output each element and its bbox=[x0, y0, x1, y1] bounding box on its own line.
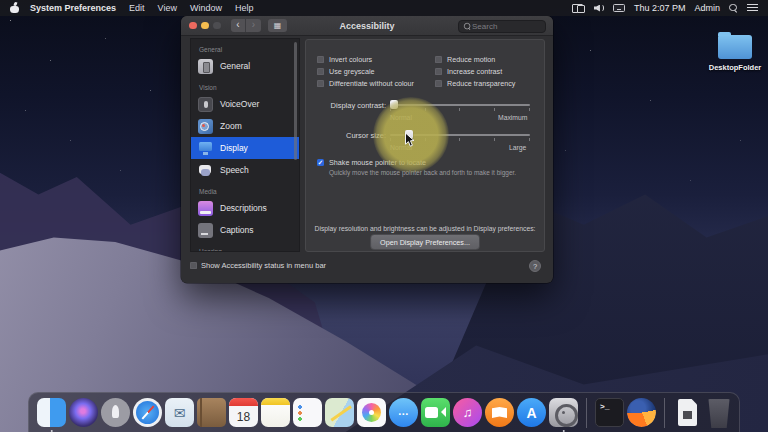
dock-safari-icon[interactable] bbox=[133, 398, 162, 427]
sidebar-item-general[interactable]: General bbox=[191, 55, 299, 77]
dock-siri-icon[interactable] bbox=[69, 398, 98, 427]
sidebar-item-voiceover[interactable]: VoiceOver bbox=[191, 93, 299, 115]
folder-icon bbox=[718, 35, 752, 59]
dock-books-icon[interactable] bbox=[485, 398, 514, 427]
dock: ✉ 18 ... ♫ A >_ bbox=[28, 392, 740, 432]
dock-firefox-icon[interactable] bbox=[627, 398, 656, 427]
dock-photos-icon[interactable] bbox=[357, 398, 386, 427]
sidebar: General General Vision VoiceOver Zoom Di… bbox=[190, 38, 300, 252]
reduce-motion-checkbox[interactable] bbox=[435, 56, 442, 63]
wallpaper-stars bbox=[10, 20, 11, 21]
menu-help[interactable]: Help bbox=[235, 3, 254, 13]
menu-bar: System Preferences Edit View Window Help… bbox=[0, 0, 768, 16]
menu-edit[interactable]: Edit bbox=[129, 3, 145, 13]
reduce-transparency-checkbox[interactable] bbox=[435, 80, 442, 87]
volume-icon[interactable] bbox=[594, 4, 604, 13]
menu-window[interactable]: Window bbox=[190, 3, 222, 13]
increase-contrast-checkbox[interactable] bbox=[435, 68, 442, 75]
show-accessibility-status-checkbox[interactable] bbox=[190, 262, 197, 269]
dock-itunes-icon[interactable]: ♫ bbox=[453, 398, 482, 427]
descriptions-icon bbox=[198, 201, 213, 216]
search-input[interactable] bbox=[472, 22, 541, 31]
sidebar-item-zoom[interactable]: Zoom bbox=[191, 115, 299, 137]
window-bottom-bar: Show Accessibility status in menu bar ? bbox=[181, 253, 553, 283]
desktop: System Preferences Edit View Window Help… bbox=[0, 0, 768, 432]
voiceover-icon bbox=[198, 97, 213, 112]
menu-view[interactable]: View bbox=[158, 3, 177, 13]
differentiate-without-colour-label: Differentiate without colour bbox=[329, 79, 414, 88]
invert-colours-label: Invert colours bbox=[329, 55, 372, 64]
sidebar-item-speech[interactable]: Speech bbox=[191, 159, 299, 181]
sidebar-section-vision: Vision bbox=[199, 84, 299, 91]
use-greyscale-label: Use greyscale bbox=[329, 67, 375, 76]
apple-menu-icon[interactable] bbox=[10, 3, 19, 13]
captions-icon bbox=[198, 223, 213, 238]
help-button[interactable]: ? bbox=[529, 260, 541, 272]
menu-bar-user[interactable]: Admin bbox=[694, 3, 720, 13]
cursor-size-max-label: Large bbox=[509, 144, 526, 151]
dock-separator bbox=[664, 398, 665, 428]
dock-finder-icon[interactable] bbox=[37, 398, 66, 427]
folder-label: DesktopFolder bbox=[702, 63, 768, 72]
dock-system-preferences-icon[interactable] bbox=[549, 398, 578, 427]
shake-mouse-pointer-checkbox[interactable]: ✓ bbox=[317, 159, 324, 166]
open-display-preferences-button[interactable]: Open Display Preferences... bbox=[370, 234, 480, 250]
reduce-motion-label: Reduce motion bbox=[447, 55, 495, 64]
desktop-folder[interactable]: DesktopFolder bbox=[702, 32, 768, 72]
sidebar-section-hearing: Hearing bbox=[199, 248, 299, 252]
dock-contacts-icon[interactable] bbox=[197, 398, 226, 427]
dock-separator bbox=[586, 398, 587, 428]
dock-terminal-icon[interactable]: >_ bbox=[595, 398, 624, 427]
dock-mail-icon[interactable]: ✉ bbox=[165, 398, 194, 427]
display-icon bbox=[198, 141, 213, 156]
display-preferences-note: Display resolution and brightness can be… bbox=[306, 225, 544, 232]
differentiate-without-colour-checkbox[interactable] bbox=[317, 80, 324, 87]
spotlight-search-icon[interactable] bbox=[729, 4, 738, 13]
display-contrast-label: Display contrast: bbox=[308, 101, 386, 110]
search-icon bbox=[464, 22, 471, 29]
dock-trash-icon[interactable] bbox=[707, 399, 731, 428]
show-accessibility-status-label: Show Accessibility status in menu bar bbox=[201, 261, 326, 270]
sidebar-item-descriptions[interactable]: Descriptions bbox=[191, 197, 299, 219]
sidebar-item-captions[interactable]: Captions bbox=[191, 219, 299, 241]
mouse-cursor bbox=[404, 132, 415, 148]
display-contrast-max-label: Maximum bbox=[498, 114, 527, 121]
input-source-icon[interactable] bbox=[613, 4, 625, 13]
dock-app-store-icon[interactable]: A bbox=[517, 398, 546, 427]
dock-facetime-icon[interactable] bbox=[421, 398, 450, 427]
dock-notes-icon[interactable] bbox=[261, 398, 290, 427]
dock-messages-icon[interactable]: ... bbox=[389, 398, 418, 427]
dock-launchpad-icon[interactable] bbox=[101, 398, 130, 427]
title-bar[interactable]: ‹ › ▦ Accessibility bbox=[181, 16, 553, 36]
reduce-transparency-label: Reduce transparency bbox=[447, 79, 515, 88]
general-icon bbox=[198, 59, 213, 74]
window-search-field[interactable] bbox=[458, 20, 546, 33]
use-greyscale-checkbox[interactable] bbox=[317, 68, 324, 75]
menu-bar-clock[interactable]: Thu 2:07 PM bbox=[634, 3, 686, 13]
app-menu-title[interactable]: System Preferences bbox=[30, 3, 116, 13]
sidebar-section-media: Media bbox=[199, 188, 299, 195]
dock-maps-icon[interactable] bbox=[325, 398, 354, 427]
displays-icon[interactable] bbox=[572, 4, 585, 13]
calendar-day: 18 bbox=[229, 406, 258, 427]
speech-icon bbox=[198, 163, 213, 178]
dock-calendar-icon[interactable]: 18 bbox=[229, 398, 258, 427]
display-pane: Invert colours Use greyscale Differentia… bbox=[305, 39, 545, 252]
dock-document-icon[interactable] bbox=[673, 398, 702, 427]
dock-reminders-icon[interactable] bbox=[293, 398, 322, 427]
invert-colours-checkbox[interactable] bbox=[317, 56, 324, 63]
sidebar-item-display[interactable]: Display bbox=[191, 137, 299, 159]
zoom-icon bbox=[198, 119, 213, 134]
sidebar-scrollbar[interactable] bbox=[294, 42, 297, 160]
user-switch-icon[interactable] bbox=[747, 4, 758, 12]
increase-contrast-label: Increase contrast bbox=[447, 67, 502, 76]
calendar-header bbox=[229, 398, 258, 406]
accessibility-window: ‹ › ▦ Accessibility General General Visi… bbox=[181, 16, 553, 283]
sidebar-section-general: General bbox=[199, 46, 299, 53]
